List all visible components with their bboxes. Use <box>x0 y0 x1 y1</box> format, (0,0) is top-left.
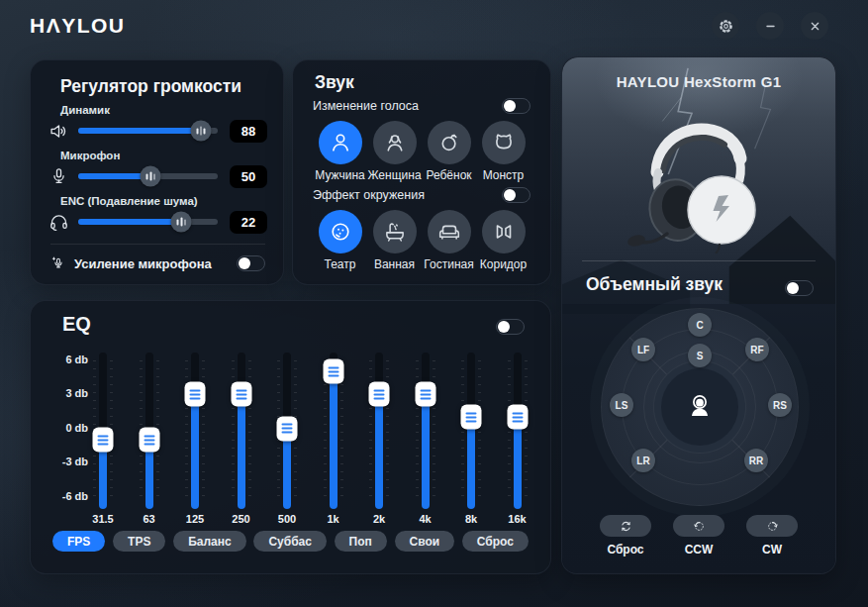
enc-slider[interactable] <box>78 219 218 225</box>
microphone-slider-row: 50 <box>48 164 267 188</box>
ccw-button[interactable] <box>673 515 724 537</box>
eq-toggle[interactable] <box>496 319 525 335</box>
minimize-button[interactable] <box>756 12 784 40</box>
cw-button[interactable] <box>746 515 798 537</box>
eq-sliders-area: 6 db3 db0 db-3 db-6 db31.5631252505001k2… <box>31 353 552 509</box>
option-circle <box>482 210 526 253</box>
eq-thumb[interactable] <box>369 382 390 407</box>
listener-disc <box>661 368 738 446</box>
preset-button-6[interactable]: Сброс <box>462 531 529 552</box>
eq-freq-label: 31.5 <box>92 513 113 525</box>
voice-option-3[interactable]: Монстр <box>476 121 530 182</box>
enc-value: 22 <box>230 211 267 234</box>
section-label: Эффект окружения <box>313 188 425 202</box>
settings-button[interactable] <box>712 12 739 40</box>
close-button[interactable] <box>801 12 828 40</box>
eq-thumb[interactable] <box>323 359 343 384</box>
eq-band-125: 125 <box>183 353 207 509</box>
surround-control-1: CCW <box>667 515 730 556</box>
option-circle <box>428 121 471 164</box>
surround-control-0: Сброс <box>594 515 657 556</box>
headset-image <box>620 105 778 253</box>
section-header: Эффект окружения <box>313 186 530 204</box>
eq-thumb[interactable] <box>231 382 251 407</box>
option-circle <box>373 210 417 253</box>
device-name: HAYLOU HexStorm G1 <box>562 73 835 90</box>
toggle-knob <box>787 282 799 294</box>
control-label: CCW <box>685 543 714 556</box>
option-label: Театр <box>325 257 356 271</box>
option-label: Мужчина <box>315 168 364 182</box>
microphone-slider[interactable] <box>78 173 218 179</box>
eq-band-500: 500 <box>275 353 299 509</box>
toggle-knob <box>504 100 516 112</box>
mic-boost-toggle[interactable] <box>237 255 265 271</box>
eq-band-250: 250 <box>230 353 253 509</box>
speaker-position-RS[interactable]: RS <box>768 393 792 417</box>
preset-button-5[interactable]: Свои <box>395 531 455 552</box>
speaker-position-RF[interactable]: RF <box>745 338 769 361</box>
ambient-effect-toggle[interactable] <box>502 187 530 203</box>
eq-thumb[interactable] <box>139 428 159 453</box>
speaker-slider[interactable] <box>78 128 218 134</box>
option-circle <box>319 121 362 164</box>
sound-sections: Изменение голосаМужчинаЖенщинаРебёнокМон… <box>313 97 530 271</box>
speaker-position-LS[interactable]: LS <box>610 393 633 417</box>
eq-thumb[interactable] <box>185 382 206 407</box>
option-circle <box>482 121 526 164</box>
eq-thumb[interactable] <box>415 382 435 407</box>
ambient-option-2[interactable]: Гостиная <box>422 210 476 271</box>
preset-button-3[interactable]: Суббас <box>253 531 327 552</box>
divider <box>582 260 816 261</box>
preset-button-2[interactable]: Баланс <box>173 531 246 552</box>
speaker-position-LF[interactable]: LF <box>631 338 655 361</box>
eq-fill <box>422 394 430 509</box>
speaker-position-LR[interactable]: LR <box>631 449 655 472</box>
voice-option-0[interactable]: Мужчина <box>313 121 367 182</box>
option-circle <box>373 121 417 164</box>
voice-option-2[interactable]: Ребёнок <box>422 121 476 182</box>
child-icon <box>436 130 462 155</box>
speaker-position-RR[interactable]: RR <box>744 449 768 472</box>
microphone-value: 50 <box>230 165 267 188</box>
speaker-position-S[interactable]: S <box>688 344 712 367</box>
eq-thumb[interactable] <box>507 405 528 430</box>
option-label: Ребёнок <box>426 168 471 182</box>
titlebar: HΛYLOU <box>0 0 868 51</box>
options-row: ТеатрВаннаяГостинаяКоридор <box>313 210 530 271</box>
eq-fill <box>514 417 522 509</box>
preset-button-0[interactable]: FPS <box>52 531 105 552</box>
eq-band-8k: 8k <box>459 353 483 509</box>
slider-thumb[interactable] <box>191 121 212 142</box>
monster-icon <box>491 130 517 155</box>
preset-button-1[interactable]: TPS <box>113 531 165 552</box>
corridor-icon <box>491 219 517 245</box>
slider-thumb[interactable] <box>141 166 161 187</box>
slider-fill <box>78 128 201 134</box>
male-icon <box>328 130 353 155</box>
toggle-knob <box>498 321 510 333</box>
minimize-icon <box>762 18 779 35</box>
eq-thumb[interactable] <box>277 416 298 441</box>
listener-person-icon <box>684 391 716 423</box>
toggle-knob <box>504 189 516 201</box>
eq-band-2k: 2k <box>367 353 391 509</box>
eq-scale-label: -3 db <box>43 455 88 467</box>
slider-thumb[interactable] <box>171 212 192 233</box>
option-label: Женщина <box>367 168 421 182</box>
сброс-button[interactable] <box>600 515 651 537</box>
eq-panel: EQ 6 db3 db0 db-3 db-6 db31.563125250500… <box>30 300 551 574</box>
eq-thumb[interactable] <box>461 405 482 430</box>
ambient-option-0[interactable]: Театр <box>313 210 367 271</box>
voice-change-toggle[interactable] <box>502 98 530 114</box>
preset-button-4[interactable]: Поп <box>335 531 387 552</box>
reset-icon <box>619 519 633 534</box>
options-row: МужчинаЖенщинаРебёнокМонстр <box>313 121 530 182</box>
voice-option-1[interactable]: Женщина <box>367 121 422 182</box>
eq-thumb[interactable] <box>93 428 114 453</box>
surround-sound-toggle[interactable] <box>785 280 814 296</box>
eq-band-4k: 4k <box>414 353 437 509</box>
ambient-option-3[interactable]: Коридор <box>476 210 530 271</box>
ambient-option-1[interactable]: Ванная <box>367 210 422 271</box>
speaker-position-C[interactable]: C <box>688 313 712 337</box>
